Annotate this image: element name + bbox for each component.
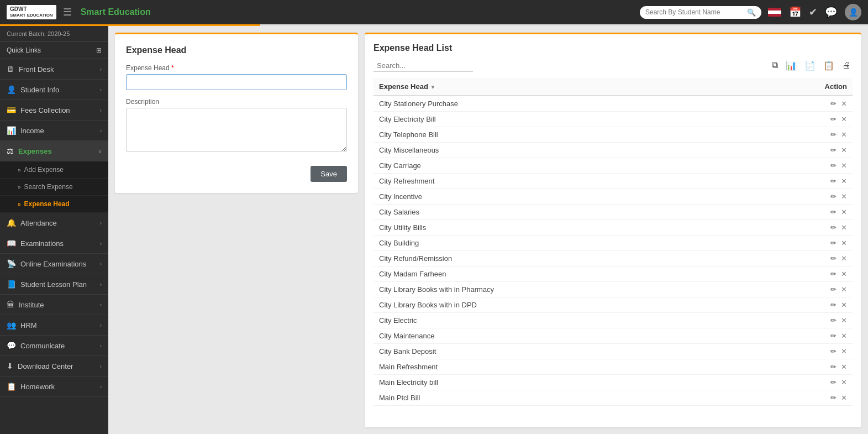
delete-icon[interactable]: ✕ bbox=[841, 254, 847, 263]
delete-icon[interactable]: ✕ bbox=[841, 285, 847, 294]
edit-icon[interactable]: ✏ bbox=[830, 301, 837, 309]
expense-head-input[interactable] bbox=[126, 74, 347, 90]
logo: GDWT SMART EDUCATION bbox=[7, 5, 56, 19]
global-search-input[interactable] bbox=[645, 8, 744, 16]
whatsapp-icon[interactable]: 💬 bbox=[825, 6, 837, 18]
edit-icon[interactable]: ✏ bbox=[830, 146, 837, 154]
hamburger-menu[interactable]: ☰ bbox=[63, 6, 72, 18]
sidebar-item-income[interactable]: 📊 Income › bbox=[0, 121, 108, 141]
delete-icon[interactable]: ✕ bbox=[841, 130, 847, 139]
delete-icon[interactable]: ✕ bbox=[841, 161, 847, 170]
edit-icon[interactable]: ✏ bbox=[830, 285, 837, 294]
required-indicator: * bbox=[171, 64, 174, 72]
submenu-add-expense[interactable]: » Add Expense bbox=[0, 161, 108, 179]
delete-icon[interactable]: ✕ bbox=[841, 332, 847, 340]
list-search-input[interactable] bbox=[373, 60, 473, 72]
edit-icon[interactable]: ✏ bbox=[830, 270, 837, 278]
delete-icon[interactable]: ✕ bbox=[841, 239, 847, 247]
sidebar-item-student-info[interactable]: 👤 Student Info › bbox=[0, 80, 108, 100]
edit-icon[interactable]: ✏ bbox=[830, 316, 837, 325]
delete-icon[interactable]: ✕ bbox=[841, 347, 847, 355]
copy-icon[interactable]: ⧉ bbox=[770, 59, 780, 72]
edit-icon[interactable]: ✏ bbox=[830, 100, 837, 108]
delete-icon[interactable]: ✕ bbox=[841, 115, 847, 123]
delete-icon[interactable]: ✕ bbox=[841, 100, 847, 108]
expense-head-cell: City Utility Bills bbox=[373, 220, 752, 236]
edit-icon[interactable]: ✏ bbox=[830, 239, 837, 247]
edit-icon[interactable]: ✏ bbox=[830, 394, 837, 402]
sidebar-item-homework[interactable]: 📋 Homework › bbox=[0, 377, 108, 397]
edit-icon[interactable]: ✏ bbox=[830, 208, 837, 216]
download-icon: ⬇ bbox=[7, 362, 13, 370]
submenu-expense-head[interactable]: » Expense Head bbox=[0, 196, 108, 213]
edit-icon[interactable]: ✏ bbox=[830, 177, 837, 185]
edit-icon[interactable]: ✏ bbox=[830, 254, 837, 263]
chevron-icon: › bbox=[100, 281, 102, 287]
user-avatar[interactable]: 👤 bbox=[845, 4, 861, 20]
edit-icon[interactable]: ✏ bbox=[830, 192, 837, 201]
edit-icon[interactable]: ✏ bbox=[830, 130, 837, 139]
table-row: City Building ✏ ✕ bbox=[373, 236, 853, 251]
delete-icon[interactable]: ✕ bbox=[841, 146, 847, 154]
sidebar-item-fees-collection[interactable]: 💳 Fees Collection › bbox=[0, 100, 108, 121]
delete-icon[interactable]: ✕ bbox=[841, 208, 847, 216]
delete-icon[interactable]: ✕ bbox=[841, 394, 847, 402]
edit-icon[interactable]: ✏ bbox=[830, 378, 837, 386]
edit-icon[interactable]: ✏ bbox=[830, 363, 837, 371]
checkmark-icon[interactable]: ✔ bbox=[809, 6, 817, 18]
pdf-icon[interactable]: 📋 bbox=[822, 59, 836, 72]
chevron-icon: › bbox=[100, 220, 102, 226]
flag-icon[interactable] bbox=[768, 8, 781, 17]
table-row: Main Ptcl Bill ✏ ✕ bbox=[373, 390, 853, 406]
sidebar-item-examinations[interactable]: 📖 Examinations › bbox=[0, 233, 108, 254]
list-title: Expense Head List bbox=[373, 43, 853, 53]
sidebar-item-front-desk[interactable]: 🖥 Front Desk › bbox=[0, 59, 108, 80]
delete-icon[interactable]: ✕ bbox=[841, 192, 847, 201]
sidebar-item-expenses[interactable]: ⚖ Expenses ∨ bbox=[0, 141, 108, 161]
expense-head-cell: City Maintenance bbox=[373, 328, 752, 344]
delete-icon[interactable]: ✕ bbox=[841, 270, 847, 278]
csv-icon[interactable]: 📄 bbox=[803, 59, 817, 72]
delete-icon[interactable]: ✕ bbox=[841, 301, 847, 309]
sidebar-item-communicate[interactable]: 💬 Communicate › bbox=[0, 336, 108, 356]
save-button[interactable]: Save bbox=[311, 166, 347, 182]
sidebar-item-lesson-plan[interactable]: 📘 Student Lesson Plan › bbox=[0, 274, 108, 295]
table-row: City Library Books with in DPD ✏ ✕ bbox=[373, 297, 853, 313]
expense-head-cell: City Madam Farheen bbox=[373, 266, 752, 282]
edit-icon[interactable]: ✏ bbox=[830, 332, 837, 340]
excel-icon[interactable]: 📊 bbox=[784, 59, 798, 72]
description-field-group: Description bbox=[126, 98, 347, 154]
online-exam-icon: 📡 bbox=[7, 259, 16, 268]
sidebar-item-download-center[interactable]: ⬇ Download Center › bbox=[0, 356, 108, 377]
student-info-icon: 👤 bbox=[7, 85, 16, 94]
app-title: Smart Education bbox=[81, 7, 151, 17]
expense-head-table: Expense Head ▼ Action City Stationery Pu… bbox=[373, 78, 853, 406]
sidebar-item-online-examinations[interactable]: 📡 Online Examinations › bbox=[0, 254, 108, 274]
quicklinks: Quick Links ⊞ bbox=[0, 42, 108, 59]
delete-icon[interactable]: ✕ bbox=[841, 378, 847, 386]
delete-icon[interactable]: ✕ bbox=[841, 177, 847, 185]
sidebar-item-institute[interactable]: 🏛 Institute › bbox=[0, 295, 108, 315]
calendar-icon[interactable]: 📅 bbox=[789, 6, 801, 18]
description-textarea[interactable] bbox=[126, 108, 347, 152]
submenu-search-expense[interactable]: » Search Expense bbox=[0, 179, 108, 196]
delete-icon[interactable]: ✕ bbox=[841, 316, 847, 325]
chevron-icon: › bbox=[100, 87, 102, 93]
print-icon[interactable]: 🖨 bbox=[840, 59, 853, 72]
fees-icon: 💳 bbox=[7, 106, 16, 114]
edit-icon[interactable]: ✏ bbox=[830, 223, 837, 232]
edit-icon[interactable]: ✏ bbox=[830, 347, 837, 355]
expense-head-cell: City Library Books with in DPD bbox=[373, 297, 752, 313]
col-expense-head[interactable]: Expense Head ▼ bbox=[373, 78, 752, 96]
table-row: City Telephone Bill ✏ ✕ bbox=[373, 127, 853, 143]
table-row: City Incentive ✏ ✕ bbox=[373, 189, 853, 205]
topnav-icons: 📅 ✔ 💬 👤 bbox=[768, 4, 861, 20]
table-row: City Bank Deposit ✏ ✕ bbox=[373, 344, 853, 359]
expense-head-cell: Main Ptcl Bill bbox=[373, 390, 752, 406]
delete-icon[interactable]: ✕ bbox=[841, 363, 847, 371]
edit-icon[interactable]: ✏ bbox=[830, 115, 837, 123]
delete-icon[interactable]: ✕ bbox=[841, 223, 847, 232]
edit-icon[interactable]: ✏ bbox=[830, 161, 837, 170]
sidebar-item-hrm[interactable]: 👥 HRM › bbox=[0, 315, 108, 336]
sidebar-item-attendance[interactable]: 🔔 Attendance › bbox=[0, 213, 108, 233]
